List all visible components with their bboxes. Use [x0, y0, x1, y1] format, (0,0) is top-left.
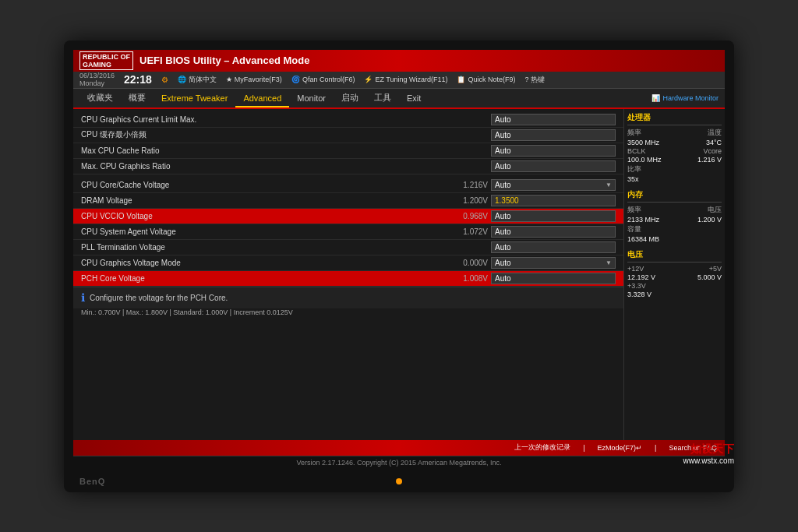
setting-cpu-graphics-limit: CPU Graphics Current Limit Max. Auto: [73, 112, 623, 128]
setting-dram-voltage: DRAM Voltage 1.200V 1.3500: [73, 193, 623, 209]
mem-capacity-value: 16384 MB: [627, 235, 722, 243]
nav-boot[interactable]: 启动: [334, 89, 366, 107]
hotkey-icon: ?: [524, 76, 528, 83]
cpu-section-title: 处理器: [627, 112, 722, 125]
cpu-ratio-value: 35x: [627, 175, 722, 183]
nav-favorites[interactable]: 收藏夹: [79, 89, 121, 107]
history-link[interactable]: 上一次的修改记录: [514, 442, 570, 453]
setting-cpu-cache-freq: CPU 缓存最小倍频 Auto: [73, 128, 623, 143]
nav-extreme-tweaker[interactable]: Extreme Tweaker: [154, 90, 235, 106]
value-cpu-system-agent[interactable]: Auto: [491, 226, 616, 238]
myfavorite-icon: ★: [226, 76, 232, 83]
bios-header: REPUBLIC OFGAMING UEFI BIOS Utility – Ad…: [73, 50, 725, 72]
toolbar-eztuning[interactable]: ⚡ EZ Tuning Wizard(F11): [364, 76, 447, 83]
nav-monitor[interactable]: Monitor: [289, 90, 334, 106]
mem-freq-volt-values: 2133 MHz 1.200 V: [627, 216, 722, 224]
toolbar-quicknote[interactable]: 📋 Quick Note(F9): [457, 76, 515, 83]
setting-cpu-graphics-mode: CPU Graphics Voltage Mode 0.000V Auto ▼: [73, 255, 623, 271]
bios-container: REPUBLIC OFGAMING UEFI BIOS Utility – Ad…: [73, 50, 725, 469]
mem-section-title: 内存: [627, 189, 722, 203]
toolbar-myfavorite[interactable]: ★ MyFavorite(F3): [226, 76, 282, 83]
cpu-freq-temp-values: 3500 MHz 34°C: [627, 139, 722, 146]
monitor-brand-label: BenQ: [79, 477, 105, 486]
value-max-cpu-cache[interactable]: Auto: [491, 145, 616, 157]
monitor-power-led: [396, 478, 402, 484]
value-pll-termination[interactable]: Auto: [491, 241, 616, 253]
toolbar-qfan[interactable]: 🌀 Qfan Control(F6): [291, 76, 355, 83]
mem-section: 内存 频率 电压 2133 MHz 1.200 V 容量: [627, 189, 722, 243]
bios-footer: Version 2.17.1246. Copyright (C) 2015 Am…: [73, 456, 725, 469]
hardware-monitor-label: 📊 Hardware Monitor: [651, 94, 719, 102]
nav-tools[interactable]: 工具: [366, 89, 399, 107]
info-text: Configure the voltage for the PCH Core.: [90, 294, 228, 302]
bios-time: 22:18: [124, 73, 152, 86]
info-icon: ℹ: [81, 291, 85, 304]
volt-33v-value: 3.328 V: [627, 291, 722, 298]
setting-cpu-system-agent: CPU System Agent Voltage 1.072V Auto: [73, 224, 623, 240]
setting-pll-termination: PLL Termination Voltage Auto: [73, 240, 623, 255]
info-details: Min.: 0.700V | Max.: 1.800V | Standard: …: [73, 308, 623, 316]
settings-icon[interactable]: ⚙: [161, 76, 168, 84]
language-icon: 🌐: [178, 76, 186, 83]
bios-nav: 收藏夹 概要 Extreme Tweaker Advanced Monitor …: [73, 89, 725, 109]
rog-logo: REPUBLIC OFGAMING: [79, 51, 133, 70]
monitor-shell: REPUBLIC OFGAMING UEFI BIOS Utility – Ad…: [64, 41, 734, 492]
hw-monitor-icon: 📊: [651, 94, 660, 102]
nav-exit[interactable]: Exit: [399, 90, 429, 106]
setting-cpu-vccio: CPU VCCIO Voltage 0.968V Auto: [73, 209, 623, 224]
bios-main: CPU Graphics Current Limit Max. Auto CPU…: [73, 109, 725, 440]
hardware-monitor-sidebar: 处理器 频率 温度 3500 MHz 34°C BCLK Vcore: [623, 109, 725, 440]
volt-12v-5v-labels: +12V +5V: [627, 265, 722, 273]
value-cpu-cache-freq[interactable]: Auto: [491, 129, 616, 141]
setting-cpu-core-voltage: CPU Core/Cache Voltage 1.216V Auto ▼: [73, 178, 623, 193]
ezmode-link[interactable]: EzMode(F7)↵: [598, 444, 643, 452]
value-max-cpu-graphics[interactable]: Auto: [491, 160, 616, 172]
volt-33v-label: +3.3V: [627, 282, 722, 290]
dropdown-arrow-2-icon: ▼: [606, 259, 612, 266]
bios-settings-panel: CPU Graphics Current Limit Max. Auto CPU…: [73, 109, 623, 440]
bios-day: Monday: [79, 79, 104, 87]
search-faq-link[interactable]: Search on FAQ: [669, 444, 717, 452]
bios-date: 06/13/2016: [79, 72, 115, 79]
dropdown-arrow-icon: ▼: [606, 181, 612, 188]
cpu-bclk-vcore-labels: BCLK Vcore: [627, 147, 722, 155]
voltage-section-title: 电压: [627, 249, 722, 262]
volt-12v-5v-values: 12.192 V 5.000 V: [627, 273, 722, 281]
value-cpu-graphics-limit[interactable]: Auto: [491, 114, 616, 125]
monitor-screen: REPUBLIC OFGAMING UEFI BIOS Utility – Ad…: [73, 50, 725, 469]
cpu-freq-temp-labels: 频率 温度: [627, 128, 722, 138]
value-cpu-graphics-mode[interactable]: Auto ▼: [491, 257, 616, 269]
cpu-bclk-vcore-values: 100.0 MHz 1.216 V: [627, 156, 722, 164]
bios-title: UEFI BIOS Utility – Advanced Mode: [139, 55, 719, 66]
value-pch-core-voltage[interactable]: Auto: [491, 273, 616, 284]
note-icon: 📋: [457, 76, 465, 83]
ez-icon: ⚡: [364, 76, 373, 83]
bios-toolbar: 06/13/2016 Monday 22:18 ⚙ 🌐 简体中文 ★ MyFav…: [73, 72, 725, 89]
mem-capacity-label: 容量: [627, 224, 722, 234]
bios-info-bar: ℹ Configure the voltage for the PCH Core…: [73, 287, 623, 308]
setting-max-cpu-graphics: Max. CPU Graphics Ratio Auto: [73, 159, 623, 174]
value-cpu-core-voltage[interactable]: Auto ▼: [491, 179, 616, 191]
value-dram-voltage[interactable]: 1.3500: [491, 195, 616, 206]
bios-statusbar: 上一次的修改记录 | EzMode(F7)↵ | Search on FAQ: [73, 440, 725, 456]
cpu-ratio-label: 比率: [627, 164, 722, 174]
cpu-section: 处理器 频率 温度 3500 MHz 34°C BCLK Vcore: [627, 112, 722, 183]
value-cpu-vccio[interactable]: Auto: [491, 210, 616, 222]
setting-pch-core-voltage: PCH Core Voltage 1.008V Auto: [73, 271, 623, 287]
setting-max-cpu-cache: Max CPU Cache Ratio Auto: [73, 143, 623, 159]
toolbar-hotkey[interactable]: ? 热键: [524, 75, 545, 85]
toolbar-language[interactable]: 🌐 简体中文: [178, 75, 217, 85]
nav-advanced[interactable]: Advanced: [235, 90, 289, 107]
nav-summary[interactable]: 概要: [121, 89, 154, 107]
qfan-icon: 🌀: [291, 76, 300, 83]
voltage-section: 电压 +12V +5V 12.192 V 5.000 V +3.3V: [627, 249, 722, 298]
mem-freq-volt-labels: 频率 电压: [627, 205, 722, 215]
